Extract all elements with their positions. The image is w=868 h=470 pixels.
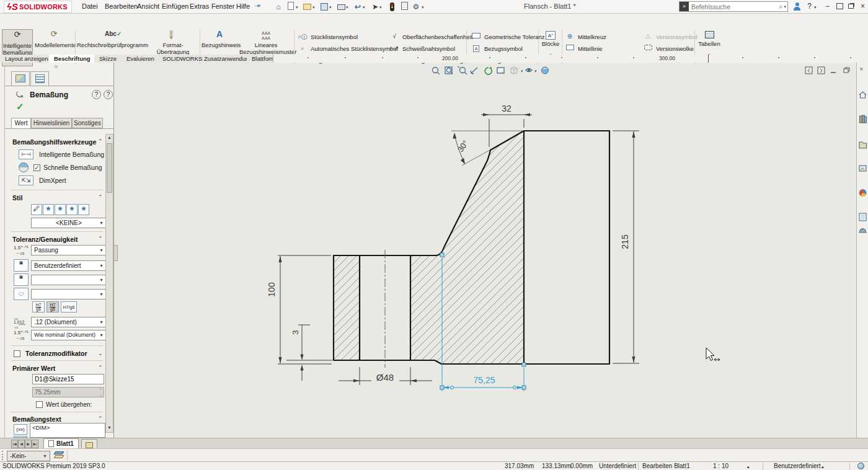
smart-dimension-tool[interactable]: ⊢⊣ Intelligente Bemaßung [19, 149, 104, 159]
dim-100-text[interactable]: 100 [267, 282, 277, 297]
panel-scrollbar[interactable]: ▲ ▼ [105, 134, 113, 433]
help-circle-icon[interactable]: ? [104, 90, 113, 99]
tab-layout-anzeigen[interactable]: Layout anzeigen [0, 55, 54, 63]
add-sheet-tab[interactable] [81, 439, 97, 448]
section-tolerance-collapse[interactable]: ⌃ [98, 236, 103, 242]
display-style-caret[interactable]: ▾ [521, 69, 523, 73]
panel-tab-featuremanager[interactable] [11, 71, 30, 86]
undo-icon[interactable]: ↩ [353, 2, 363, 12]
revision-cloud-button[interactable]: Versionswolke [643, 43, 694, 54]
tab-evaluieren[interactable]: Evaluieren [122, 55, 160, 63]
dimxpert-tool[interactable]: ⇱⇲ DimXpert [19, 175, 66, 185]
drawing-view[interactable]: 32 30° 215 100 3 Ø48 [114, 63, 856, 438]
print-caret[interactable]: ▾ [346, 5, 348, 10]
panel-splitter-handle[interactable] [114, 245, 118, 261]
rebuild-traffic-light-icon[interactable] [390, 2, 394, 11]
section-dimtext-header[interactable]: Bemaßungstext [12, 415, 61, 423]
fit-linear-button[interactable]: H7/g6 [61, 301, 77, 313]
quick-dimension-checkbox[interactable] [33, 164, 40, 171]
section-tolerance-header[interactable]: Toleranz/Genauigkeit [12, 236, 78, 243]
section-tools-header[interactable]: Bemaßungshilfswerkzeuge [12, 138, 96, 146]
search-input[interactable] [689, 3, 779, 11]
dimtext-center-button[interactable]: (xx) [14, 424, 27, 435]
fit-stacked-button[interactable]: H7g6 [32, 301, 45, 313]
toolbar-grip[interactable] [2, 451, 4, 460]
graphics-window-controls[interactable] [805, 66, 864, 75]
section-tools-collapse[interactable]: ⌃ [98, 138, 103, 144]
restore-button[interactable] [846, 1, 856, 12]
scroll-down-arrow[interactable]: ▼ [107, 425, 112, 432]
tab-skizze[interactable]: Skizze [94, 55, 122, 63]
dim-32-text[interactable]: 32 [502, 104, 512, 113]
style-add-button[interactable]: ★ [43, 204, 54, 215]
geometric-tolerance-button[interactable]: Geometrische Toleranz [471, 31, 545, 42]
fit-type-select[interactable]: Benutzerdefiniert▾ [31, 260, 107, 271]
menu-hilfe[interactable]: Hilfe [232, 0, 254, 13]
quick-dimension-tool[interactable]: Schnelle Bemaßung [19, 162, 102, 172]
user-account-icon[interactable] [794, 2, 801, 11]
tags-globe-icon[interactable] [857, 463, 864, 469]
tolerance-modifier-expand[interactable]: ⌃ [98, 350, 103, 356]
dim-30deg-text[interactable]: 30° [456, 138, 471, 154]
primary-name-input[interactable] [32, 374, 104, 384]
dim-3-text[interactable]: 3 [291, 330, 300, 334]
override-value-row[interactable]: Wert übergehen: [36, 401, 92, 408]
style-default-button[interactable]: 🖉︎ [31, 204, 42, 215]
maximize-button[interactable] [835, 1, 845, 12]
ok-check-icon[interactable]: ✓ [16, 101, 24, 112]
weld-symbol-button[interactable]: ⌐↗Schweißnahtsymbol [389, 43, 455, 54]
heads-up-toolbar[interactable]: ▾ ▾ [430, 65, 552, 77]
minimize-button[interactable]: − [822, 1, 833, 12]
task-pane-tabs[interactable] [857, 86, 868, 235]
dim-215-text[interactable]: 215 [620, 234, 630, 249]
balloon-button[interactable]: ⌕①Stücklistensymbol [298, 31, 358, 42]
units-custom[interactable]: Benutzerdefiniert [774, 463, 821, 469]
panel-tab-hinweislinien[interactable]: Hinweislinien [31, 118, 72, 128]
tolerance-type-select[interactable]: Passung▾ [31, 245, 107, 255]
tolerance-modifier-row[interactable]: Toleranzmodifikator [14, 350, 87, 357]
layer-select[interactable]: -Kein-▾ [7, 451, 50, 461]
shaft-fit-select[interactable]: ▾ [31, 289, 107, 299]
menu-datei[interactable]: Datei [78, 0, 102, 13]
hide-show-caret[interactable]: ▾ [534, 69, 537, 73]
save-caret[interactable]: ▾ [329, 5, 332, 10]
section-dimtext-collapse[interactable]: ⌃ [98, 415, 103, 422]
primary-value-spinner[interactable]: 75.25mm ⌃⌄ [32, 387, 104, 397]
scale-caret[interactable]: ▴ [747, 464, 750, 469]
help-pin-icon[interactable]: ? [92, 90, 101, 99]
auto-balloon-button[interactable]: ⌕Automatisches Stücklistensymbol [298, 43, 398, 54]
section-primary-collapse[interactable]: ⌃ [98, 365, 103, 371]
centerline-button[interactable]: Mittellinie [565, 43, 603, 54]
task-pane-close-icon[interactable]: × [859, 65, 863, 73]
datum-symbol-button[interactable]: ABezugssymbol [471, 43, 523, 54]
close-button[interactable]: × [857, 1, 868, 12]
hole-fit-select[interactable]: ▾ [31, 275, 107, 285]
open-caret[interactable]: ▾ [312, 5, 315, 10]
units-caret[interactable]: ▴ [822, 464, 824, 469]
command-search[interactable]: » ⌕ ▾ [679, 1, 788, 12]
search-command-icon[interactable]: » [680, 2, 689, 11]
style-select[interactable]: <KEINE>▾ [31, 218, 107, 228]
save-icon[interactable] [319, 2, 329, 12]
dimtext-textarea[interactable]: <DIM> [30, 423, 105, 438]
new-caret[interactable]: ▾ [296, 5, 298, 10]
pin-icon[interactable]: 📌︎ [252, 1, 262, 11]
help-caret[interactable]: ▾ [814, 5, 817, 10]
fit-stacked-line-button[interactable]: H7g6 [46, 301, 59, 313]
dim-75-25-text[interactable]: 75,25 [473, 375, 495, 385]
home-icon[interactable]: ⌂ [273, 2, 283, 12]
dim-o48-text[interactable]: Ø48 [376, 372, 394, 383]
next-sheet-button[interactable]: ▶ [25, 440, 32, 448]
unit-precision-select[interactable]: .12 (Dokument)▾ [31, 317, 107, 327]
scroll-up-arrow[interactable]: ▲ [107, 135, 112, 141]
spinner-arrows[interactable]: ⌃⌄ [99, 388, 102, 397]
prev-sheet-button[interactable]: ◀ [18, 440, 25, 448]
panel-tab-sonstiges[interactable]: Sonstiges [72, 118, 103, 128]
help-icon[interactable]: ? [804, 1, 815, 12]
search-caret[interactable]: ▾ [784, 4, 786, 9]
new-document-icon[interactable] [286, 2, 296, 12]
options-caret[interactable]: ▾ [422, 5, 424, 10]
center-mark-button[interactable]: ⊕Mittelkreuz [565, 31, 606, 42]
style-load-button[interactable]: ★ [78, 204, 89, 215]
tolerance-modifier-checkbox[interactable] [14, 350, 20, 357]
